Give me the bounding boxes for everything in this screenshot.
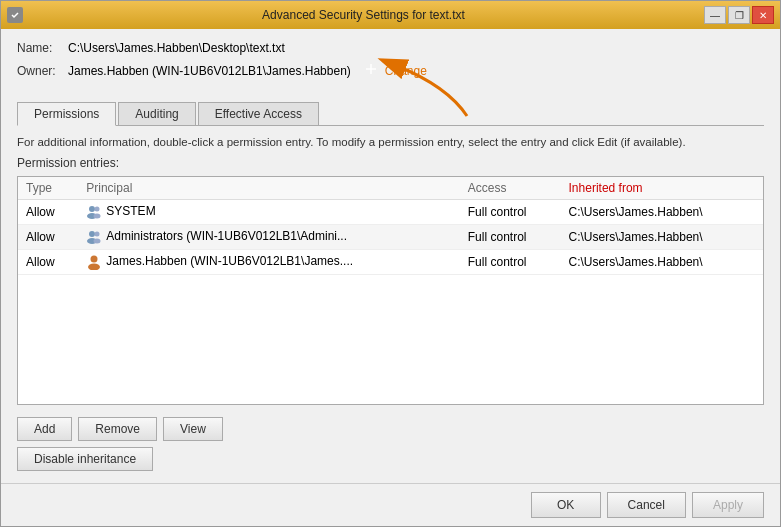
user-icon [86,229,102,245]
view-button[interactable]: View [163,417,223,441]
tab-permissions[interactable]: Permissions [17,102,116,126]
cell-type: Allow [18,250,78,275]
table-row[interactable]: AllowJames.Habben (WIN-1UB6V012LB1\James… [18,250,763,275]
dialog-content: Name: C:\Users\James.Habben\Desktop\text… [1,29,780,483]
svg-point-6 [94,214,101,219]
tab-auditing[interactable]: Auditing [118,102,195,125]
svg-point-5 [95,207,100,212]
cell-principal: Administrators (WIN-1UB6V012LB1\Admini..… [78,225,460,250]
col-inherited: Inherited from [561,177,763,200]
cell-inherited-from: C:\Users\James.Habben\ [561,225,763,250]
cell-type: Allow [18,225,78,250]
col-principal: Principal [78,177,460,200]
name-label: Name: [17,41,62,55]
cancel-button[interactable]: Cancel [607,492,686,518]
table-row[interactable]: AllowAdministrators (WIN-1UB6V012LB1\Adm… [18,225,763,250]
permissions-table: Type Principal Access Inherited from All… [18,177,763,275]
permissions-table-container[interactable]: Type Principal Access Inherited from All… [17,176,764,405]
svg-point-3 [89,206,95,212]
title-bar: Advanced Security Settings for text.txt … [1,1,780,29]
svg-point-11 [91,256,98,263]
svg-point-9 [95,232,100,237]
disable-inheritance-button[interactable]: Disable inheritance [17,447,153,471]
tab-effective-access[interactable]: Effective Access [198,102,319,125]
window-controls: — ❐ ✕ [704,6,774,24]
svg-point-10 [94,239,101,244]
shield-icon [363,61,379,80]
window-icon [7,7,23,23]
info-text: For additional information, double-click… [17,136,764,148]
table-header-row: Type Principal Access Inherited from [18,177,763,200]
ok-button[interactable]: OK [531,492,601,518]
cell-principal: SYSTEM [78,200,460,225]
main-window: Advanced Security Settings for text.txt … [0,0,781,527]
change-link[interactable]: Change [385,64,427,78]
col-type: Type [18,177,78,200]
minimize-button[interactable]: — [704,6,726,24]
cell-type: Allow [18,200,78,225]
apply-button[interactable]: Apply [692,492,764,518]
name-value: C:\Users\James.Habben\Desktop\text.txt [68,41,285,55]
user-icon [86,254,102,270]
restore-button[interactable]: ❐ [728,6,750,24]
cell-inherited-from: C:\Users\James.Habben\ [561,200,763,225]
remove-button[interactable]: Remove [78,417,157,441]
perm-entries-label: Permission entries: [17,156,764,170]
close-button[interactable]: ✕ [752,6,774,24]
svg-point-12 [88,264,100,271]
col-access: Access [460,177,561,200]
cell-inherited-from: C:\Users\James.Habben\ [561,250,763,275]
cell-access: Full control [460,225,561,250]
cell-access: Full control [460,200,561,225]
table-row[interactable]: AllowSYSTEMFull controlC:\Users\James.Ha… [18,200,763,225]
svg-point-7 [89,231,95,237]
dialog-footer: OK Cancel Apply [1,483,780,526]
action-buttons: Add Remove View [17,417,764,441]
add-button[interactable]: Add [17,417,72,441]
cell-principal: James.Habben (WIN-1UB6V012LB1\James.... [78,250,460,275]
window-title: Advanced Security Settings for text.txt [23,8,704,22]
tabs-container: Permissions Auditing Effective Access [17,102,764,126]
owner-row: Owner: James.Habben (WIN-1UB6V012LB1\Jam… [17,61,764,80]
name-row: Name: C:\Users\James.Habben\Desktop\text… [17,41,764,55]
owner-label: Owner: [17,64,62,78]
user-icon [86,204,102,220]
cell-access: Full control [460,250,561,275]
owner-value: James.Habben (WIN-1UB6V012LB1\James.Habb… [68,64,351,78]
disable-inheritance-row: Disable inheritance [17,447,764,471]
